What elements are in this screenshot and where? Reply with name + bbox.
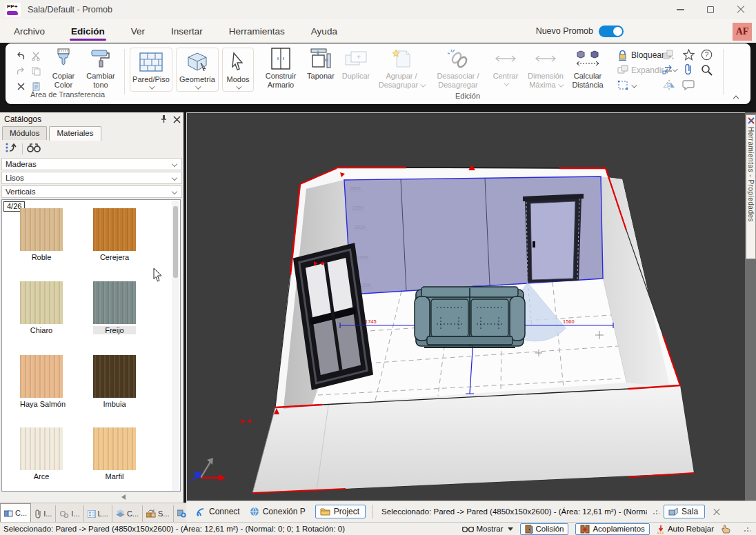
favorite-star-icon[interactable] bbox=[682, 48, 695, 61]
dropdown-verticais[interactable]: Verticais bbox=[1, 185, 182, 198]
cube-icon bbox=[186, 51, 209, 73]
swap-icon[interactable] bbox=[662, 63, 676, 77]
account-badge[interactable]: AF bbox=[733, 23, 752, 41]
edition-group-label: Edición bbox=[419, 92, 516, 100]
replace-module-icon[interactable] bbox=[662, 48, 676, 61]
pin-icon[interactable] bbox=[160, 114, 168, 126]
expandir-button[interactable]: Expandir bbox=[617, 64, 664, 76]
bottom-tab-capas[interactable]: C... bbox=[112, 505, 143, 522]
menu-herramientas[interactable]: Herramientas bbox=[228, 23, 286, 39]
materials-hscrollbar[interactable] bbox=[0, 492, 181, 503]
geometria-button[interactable]: Geometría bbox=[176, 48, 219, 92]
dimension-maxima-button[interactable]: Dimensión Máxima bbox=[524, 48, 567, 89]
au​to-rebajar-button[interactable]: Auto Rebajar bbox=[657, 525, 714, 534]
redo-icon[interactable] bbox=[14, 64, 28, 78]
modos-button[interactable]: Modos bbox=[222, 48, 254, 92]
material-marfil[interactable]: Marfil bbox=[93, 427, 136, 481]
search-binoculars-icon[interactable] bbox=[27, 142, 41, 156]
menu-edicion[interactable]: Edición bbox=[70, 23, 106, 39]
hand-tool-icon[interactable] bbox=[721, 524, 731, 534]
tab-materiales[interactable]: Materiales bbox=[49, 126, 101, 141]
viewport-3d-canvas[interactable]: 2600 2200 2010 1500 1000 bbox=[187, 113, 744, 500]
connect-icon bbox=[196, 507, 206, 516]
boxes-swap-icon bbox=[146, 509, 156, 518]
desasociar-button[interactable]: Desasociar / Desagregar bbox=[430, 48, 486, 89]
undo-icon[interactable] bbox=[14, 49, 28, 63]
herramientas-propiedades-tab[interactable]: Herramientas - Propiedades bbox=[746, 114, 756, 259]
cambiar-tono-button[interactable]: Cambiar tono bbox=[83, 48, 119, 89]
sala-button[interactable]: Sala bbox=[664, 505, 705, 518]
cut-icon[interactable] bbox=[29, 49, 43, 63]
project-button[interactable]: Project bbox=[315, 505, 366, 518]
minimize-button[interactable] bbox=[665, 0, 695, 19]
bottom-tab-sustituir[interactable]: S... bbox=[143, 505, 174, 522]
maximize-button[interactable] bbox=[695, 0, 726, 19]
taponar-button[interactable]: Taponar bbox=[304, 48, 338, 81]
acoplamientos-button[interactable]: Acoplamientos bbox=[575, 523, 649, 535]
tab-modulos[interactable]: Módulos bbox=[2, 126, 47, 140]
material-chiaro[interactable]: Chiaro bbox=[20, 281, 63, 334]
menu-insertar[interactable]: Insertar bbox=[170, 23, 204, 39]
comment-icon[interactable] bbox=[682, 78, 695, 92]
categorize-icon[interactable] bbox=[4, 141, 18, 157]
pared-piso-button[interactable]: Pared/Piso bbox=[130, 48, 172, 92]
menu-archivo[interactable]: Archivo bbox=[12, 23, 46, 39]
material-haya-salmon[interactable]: Haya Salmón bbox=[20, 355, 63, 408]
mirror-icon[interactable] bbox=[662, 78, 676, 92]
panel-close-icon[interactable] bbox=[173, 114, 181, 126]
resize-grip[interactable] bbox=[744, 525, 750, 532]
duplicar-button[interactable]: Duplicar bbox=[339, 48, 372, 81]
bottom-tab-iluminacion[interactable]: I... bbox=[56, 505, 83, 522]
brick-wall-icon bbox=[139, 51, 163, 73]
dropdown-verticais-label: Verticais bbox=[6, 188, 35, 196]
nuevo-promob-label: Nuevo Promob bbox=[536, 26, 593, 36]
tools-icon bbox=[748, 117, 755, 124]
menu-ayuda[interactable]: Ayuda bbox=[310, 23, 339, 39]
dropdown-maderas[interactable]: Maderas bbox=[1, 158, 182, 170]
material-imbuia[interactable]: Imbuia bbox=[93, 355, 136, 408]
menu-ver[interactable]: Ver bbox=[130, 23, 146, 39]
agrupar-button[interactable]: Agrupar / Desagrupar bbox=[375, 48, 428, 89]
colision-button[interactable]: Colisión bbox=[520, 523, 569, 535]
mostrar-button[interactable]: Mostrar bbox=[462, 525, 513, 533]
material-cerejera[interactable]: Cerejera bbox=[93, 208, 136, 261]
selection-status-text: Seleccionado: Pared -> Pared (4850x150x2… bbox=[3, 525, 345, 533]
nuevo-promob-toggle[interactable] bbox=[599, 26, 624, 37]
centrar-label: Centrar bbox=[493, 72, 519, 80]
material-arce[interactable]: Arce bbox=[20, 427, 63, 481]
status-bar: Seleccionado: Pared -> Pared (4850x150x2… bbox=[0, 522, 756, 535]
calcular-distancia-button[interactable]: Calcular Distáncia bbox=[568, 48, 607, 89]
sofa[interactable] bbox=[415, 287, 525, 347]
agrupar-label: Agrupar / Desagrupar bbox=[379, 72, 418, 89]
materials-scrollbar[interactable] bbox=[172, 201, 179, 491]
room-icon bbox=[668, 507, 678, 516]
calcular-distancia-label: Calcular Distáncia bbox=[568, 72, 607, 89]
connect-button[interactable]: Connect bbox=[196, 507, 240, 516]
copy-icon[interactable] bbox=[29, 64, 43, 78]
bottom-tab-catalogos[interactable]: C... bbox=[0, 503, 31, 522]
conexion-p-button[interactable]: Conexión P bbox=[250, 507, 306, 516]
bottom-tab-lista[interactable]: L... bbox=[84, 505, 112, 522]
statusbar-grip[interactable] bbox=[653, 508, 659, 515]
attachment-icon[interactable] bbox=[682, 63, 695, 77]
material-freijo[interactable]: Freijo bbox=[93, 281, 136, 334]
svg-text:?: ? bbox=[704, 51, 708, 59]
material-roble[interactable]: Roble bbox=[20, 208, 63, 261]
selection-filter-button[interactable] bbox=[617, 79, 635, 91]
max-dimension-icon bbox=[534, 48, 557, 70]
bottom-tab-informaciones[interactable]: I... bbox=[31, 505, 56, 522]
svg-text:2200: 2200 bbox=[352, 205, 364, 210]
construir-armario-button[interactable]: Construir Armario bbox=[259, 48, 302, 89]
close-button[interactable] bbox=[726, 0, 756, 19]
dropdown-lisos[interactable]: Lisos bbox=[1, 172, 182, 184]
catalog-tab-icon bbox=[4, 509, 13, 517]
centrar-button[interactable]: Centrar bbox=[488, 48, 523, 86]
viewport-3d[interactable]: 2600 2200 2010 1500 1000 bbox=[186, 112, 745, 501]
duplicate-icon bbox=[344, 48, 368, 70]
search-icon[interactable] bbox=[699, 63, 713, 77]
ribbon-collapse-button[interactable] bbox=[734, 94, 741, 100]
bar-close-icon[interactable] bbox=[713, 508, 721, 516]
help-icon[interactable]: ? bbox=[699, 48, 713, 61]
bottom-tab-strip: C... I... I... L... C... S... H... bbox=[0, 503, 186, 522]
copiar-color-button[interactable]: Copiar Color bbox=[46, 48, 81, 89]
